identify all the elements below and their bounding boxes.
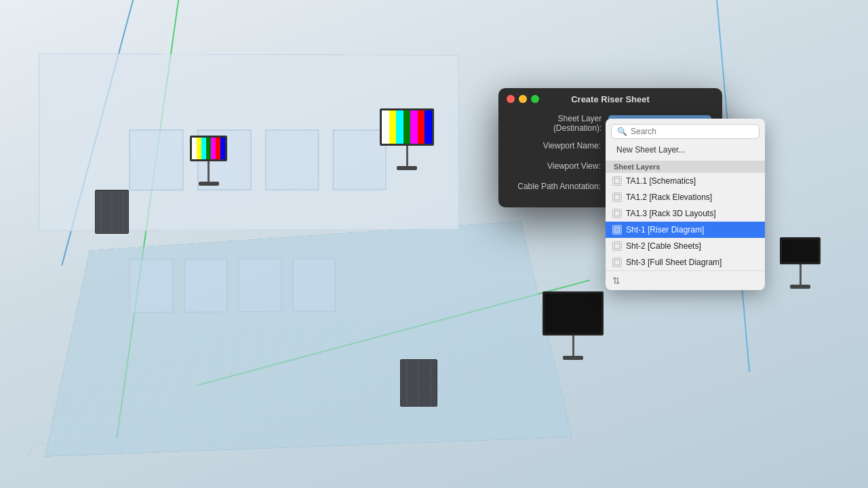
layer-icon-sht-1	[612, 225, 622, 235]
layer-item-ta1-2[interactable]: TA1.2 [Rack Elevations]	[606, 189, 765, 205]
search-box: 🔍	[611, 124, 760, 139]
new-sheet-layer-button[interactable]: New Sheet Layer...	[611, 142, 760, 158]
layer-item-sht-2[interactable]: Sht-2 [Cable Sheets]	[606, 238, 765, 254]
maximize-button[interactable]	[531, 95, 539, 103]
svg-rect-3	[614, 227, 620, 232]
rack-struts-1	[96, 190, 128, 233]
close-button[interactable]	[507, 95, 515, 103]
tv-base-2	[199, 182, 219, 186]
layer-item-ta1-3[interactable]: TA1.3 [Rack 3D Layouts]	[606, 205, 765, 222]
popup-footer: ⇅	[606, 270, 765, 290]
svg-rect-0	[614, 178, 620, 184]
rack-box-1	[95, 190, 129, 234]
layer-label-sht-1: Sht-1 [Riser Diagram]	[626, 225, 704, 235]
strut	[418, 360, 419, 406]
window-6	[184, 258, 228, 313]
tv-screen-1	[380, 108, 434, 146]
tv-stand-3	[780, 237, 821, 289]
layer-icon-sht-2	[612, 241, 622, 251]
tv-pole-2	[208, 161, 210, 182]
layer-label-sht-3: Sht-3 [Full Sheet Diagram]	[626, 258, 722, 267]
window-3	[265, 129, 319, 190]
filter-icon[interactable]: ⇅	[612, 275, 620, 286]
window-5	[129, 259, 174, 314]
search-input[interactable]	[631, 127, 753, 136]
tv-pole-3	[800, 264, 802, 285]
window-8	[292, 258, 336, 312]
cable-path-label: Cable Path Annotation:	[509, 182, 608, 191]
tv-base-1	[397, 166, 417, 170]
layer-label-ta1-2: TA1.2 [Rack Elevations]	[626, 192, 712, 202]
sheet-layer-dropdown-popup: 🔍 New Sheet Layer... Sheet Layers TA1.1 …	[606, 119, 765, 290]
tv-screen-4	[542, 291, 604, 336]
tv-stand-4	[542, 291, 604, 360]
tv-stand-1	[380, 108, 434, 170]
strut	[430, 360, 431, 406]
window-7	[238, 258, 282, 312]
layer-icon-ta1-2	[612, 192, 622, 202]
strut	[100, 190, 102, 233]
svg-rect-5	[614, 260, 620, 265]
viewport-name-label: Viewport Name:	[509, 141, 608, 150]
sheet-layers-section-header: Sheet Layers	[606, 161, 765, 173]
layer-label-ta1-3: TA1.3 [Rack 3D Layouts]	[626, 209, 716, 218]
floor-platform	[45, 221, 572, 457]
layer-item-sht-3[interactable]: Sht-3 [Full Sheet Diagram]	[606, 254, 765, 270]
tv-screen-2	[190, 136, 227, 161]
layer-icon-ta1-3	[612, 209, 622, 218]
tv-stand-2	[190, 136, 227, 186]
layer-list: TA1.1 [Schematics] TA1.2 [Rack Elevation…	[606, 173, 765, 270]
viewport-view-label: Viewport View:	[509, 161, 608, 171]
strut	[111, 190, 113, 233]
tv-pole-1	[406, 146, 408, 166]
svg-rect-1	[614, 195, 620, 200]
layer-icon-ta1-1	[612, 176, 622, 186]
svg-rect-2	[614, 211, 620, 216]
sheet-layer-label: Sheet Layer (Destination):	[509, 114, 608, 133]
layer-icon-sht-3	[612, 258, 622, 267]
layer-label-ta1-1: TA1.1 [Schematics]	[626, 176, 696, 186]
search-icon: 🔍	[617, 127, 627, 136]
minimize-button[interactable]	[519, 95, 527, 103]
strut	[406, 360, 408, 406]
rack-struts-2	[401, 360, 437, 406]
window-1	[129, 129, 184, 190]
tv-base-4	[563, 356, 583, 360]
svg-rect-4	[614, 243, 620, 249]
layer-item-ta1-1[interactable]: TA1.1 [Schematics]	[606, 173, 765, 189]
strut	[122, 190, 123, 233]
tv-base-3	[790, 285, 810, 289]
dialog-titlebar: Create Riser Sheet	[498, 88, 722, 108]
layer-label-sht-2: Sht-2 [Cable Sheets]	[626, 241, 701, 251]
window-controls	[507, 95, 539, 103]
tv-pole-4	[572, 336, 574, 356]
window-4	[333, 129, 387, 190]
tv-screen-3	[780, 237, 821, 264]
rack-box-2	[400, 359, 437, 407]
layer-item-sht-1[interactable]: Sht-1 [Riser Diagram]	[606, 222, 765, 238]
